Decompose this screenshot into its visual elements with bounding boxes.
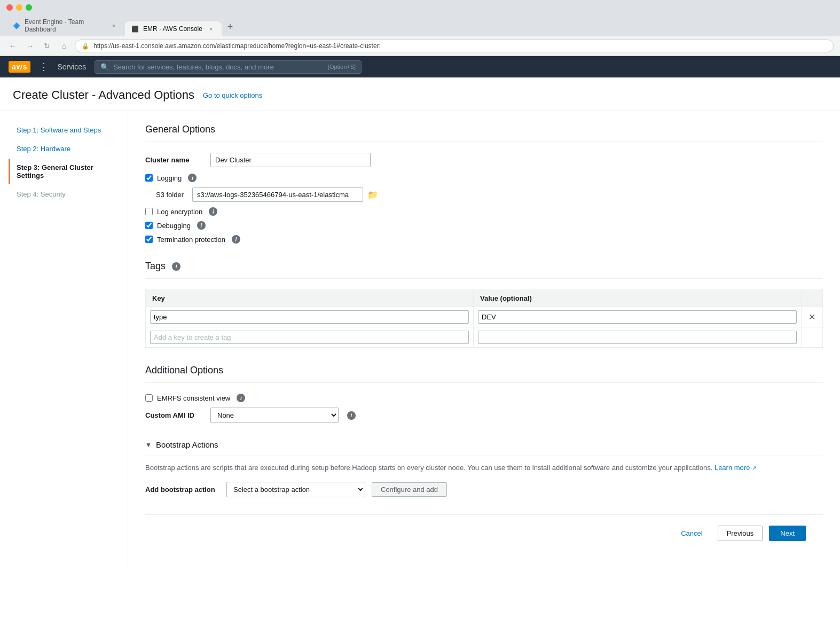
tags-value-header: Value (optional) bbox=[474, 290, 802, 307]
sidebar: Step 1: Software and Steps Step 2: Hardw… bbox=[0, 111, 128, 565]
tab-event-engine-label: Event Engine - Team Dashboard bbox=[25, 18, 106, 33]
browser-chrome: 🔷 Event Engine - Team Dashboard × ⬛ EMR … bbox=[0, 0, 840, 36]
logging-label: Logging bbox=[157, 174, 182, 182]
main-layout: Step 1: Software and Steps Step 2: Hardw… bbox=[0, 111, 840, 565]
debugging-checkbox[interactable] bbox=[145, 222, 153, 229]
aws-logo-box: aws bbox=[9, 61, 30, 73]
sidebar-step-4: Step 4: Security bbox=[9, 186, 119, 202]
s3-folder-input[interactable] bbox=[192, 187, 363, 202]
aws-nav: aws ⋮ Services 🔍 [Option+S] bbox=[0, 56, 840, 77]
tags-section: Tags i Key Value (optional) bbox=[145, 261, 823, 348]
emrfs-row: EMRFS consistent view i bbox=[145, 394, 823, 402]
ami-id-select[interactable]: None bbox=[210, 408, 339, 423]
address-bar[interactable]: 🔒 https://us-east-1.console.aws.amazon.c… bbox=[75, 40, 834, 52]
tag-key-input[interactable] bbox=[150, 310, 469, 324]
quick-options-link[interactable]: Go to quick options bbox=[203, 91, 262, 99]
external-link-icon: ↗ bbox=[752, 465, 757, 471]
s3-browse-icon[interactable]: 📁 bbox=[367, 190, 378, 200]
tag-key-new-input[interactable] bbox=[150, 331, 469, 344]
emrfs-checkbox[interactable] bbox=[145, 394, 153, 402]
s3-folder-label: S3 folder bbox=[156, 191, 188, 199]
table-row: ✕ bbox=[146, 307, 823, 327]
content-area: General Options Cluster name Logging i S… bbox=[128, 111, 840, 565]
aws-search-bar[interactable]: 🔍 [Option+S] bbox=[95, 60, 362, 74]
ami-info-icon[interactable]: i bbox=[347, 411, 356, 420]
search-input[interactable] bbox=[113, 63, 324, 71]
logging-checkbox[interactable] bbox=[145, 174, 153, 182]
log-encryption-info-icon[interactable]: i bbox=[209, 207, 217, 216]
ami-id-row: Custom AMI ID None i bbox=[145, 408, 823, 423]
bootstrap-description: Bootstrap actions are scripts that are e… bbox=[145, 463, 823, 473]
browser-tabs: 🔷 Event Engine - Team Dashboard × ⬛ EMR … bbox=[6, 15, 834, 36]
bootstrap-collapse-header[interactable]: ▼ Bootstrap Actions bbox=[145, 440, 823, 456]
emrfs-label: EMRFS consistent view bbox=[157, 394, 230, 402]
logging-info-icon[interactable]: i bbox=[188, 174, 197, 182]
home-button[interactable]: ⌂ bbox=[58, 40, 70, 52]
lock-icon: 🔒 bbox=[82, 43, 89, 50]
cluster-name-input[interactable] bbox=[210, 153, 371, 167]
tags-table-header: Key Value (optional) bbox=[146, 290, 823, 307]
sidebar-step-2[interactable]: Step 2: Hardware bbox=[9, 140, 119, 157]
tags-header: Tags i bbox=[145, 261, 823, 272]
tab-emr-aws[interactable]: ⬛ EMR - AWS Console × bbox=[125, 21, 222, 36]
tab-event-engine[interactable]: 🔷 Event Engine - Team Dashboard × bbox=[6, 15, 124, 36]
configure-add-button[interactable]: Configure and add bbox=[372, 482, 447, 497]
cancel-button[interactable]: Cancel bbox=[672, 526, 711, 541]
emrfs-info-icon[interactable]: i bbox=[237, 394, 245, 402]
page-footer: Cancel Previous Next bbox=[145, 514, 823, 552]
bootstrap-action-select[interactable]: Select a bootstrap action bbox=[226, 482, 365, 497]
debugging-info-icon[interactable]: i bbox=[197, 221, 206, 230]
tags-section-title: Tags i bbox=[145, 261, 823, 279]
cluster-name-label: Cluster name bbox=[145, 156, 204, 164]
traffic-light-red[interactable] bbox=[6, 4, 13, 11]
sidebar-step-3: Step 3: General Cluster Settings bbox=[9, 159, 119, 184]
termination-row: Termination protection i bbox=[145, 235, 823, 244]
termination-info-icon[interactable]: i bbox=[232, 235, 240, 244]
page-container: Create Cluster - Advanced Options Go to … bbox=[0, 77, 840, 626]
tab-favicon-event: 🔷 bbox=[13, 22, 20, 29]
debugging-label: Debugging bbox=[157, 222, 191, 230]
traffic-light-yellow[interactable] bbox=[16, 4, 22, 11]
tag-value-input[interactable] bbox=[478, 310, 797, 324]
bootstrap-actions-section: ▼ Bootstrap Actions Bootstrap actions ar… bbox=[145, 440, 823, 497]
aws-logo-text: aws bbox=[12, 62, 27, 71]
previous-button[interactable]: Previous bbox=[718, 526, 763, 541]
next-button[interactable]: Next bbox=[769, 526, 806, 541]
ami-id-label: Custom AMI ID bbox=[145, 411, 204, 419]
additional-options-section: Additional Options EMRFS consistent view… bbox=[145, 365, 823, 423]
termination-label: Termination protection bbox=[157, 236, 225, 244]
traffic-lights bbox=[6, 4, 834, 11]
general-options-section: General Options Cluster name Logging i S… bbox=[145, 124, 823, 244]
bootstrap-action-row: Add bootstrap action Select a bootstrap … bbox=[145, 482, 823, 497]
new-tab-button[interactable]: + bbox=[223, 19, 238, 34]
remove-tag-button[interactable]: ✕ bbox=[807, 311, 817, 323]
log-encryption-checkbox[interactable] bbox=[145, 208, 153, 215]
tag-key-cell bbox=[146, 307, 474, 327]
tab-close-emr[interactable]: × bbox=[207, 25, 215, 33]
tab-close-event[interactable]: × bbox=[110, 21, 117, 30]
collapse-arrow-icon: ▼ bbox=[145, 441, 152, 449]
tab-emr-label: EMR - AWS Console bbox=[143, 25, 202, 33]
tag-remove-cell: ✕ bbox=[802, 307, 823, 327]
sidebar-step-1[interactable]: Step 1: Software and Steps bbox=[9, 122, 119, 138]
tag-value-new-cell bbox=[474, 327, 802, 348]
log-encryption-row: Log encryption i bbox=[145, 207, 823, 216]
traffic-light-green[interactable] bbox=[26, 4, 32, 11]
tags-key-header: Key bbox=[146, 290, 474, 307]
grid-icon[interactable]: ⋮ bbox=[39, 61, 49, 73]
s3-folder-row: S3 folder 📁 bbox=[156, 187, 823, 202]
aws-logo[interactable]: aws bbox=[9, 61, 30, 73]
additional-options-title: Additional Options bbox=[145, 365, 823, 383]
cluster-name-row: Cluster name bbox=[145, 153, 823, 167]
page-title: Create Cluster - Advanced Options bbox=[13, 88, 194, 102]
back-button[interactable]: ← bbox=[6, 40, 19, 52]
tag-value-new-input[interactable] bbox=[478, 331, 797, 344]
services-button[interactable]: Services bbox=[57, 62, 86, 71]
tags-info-icon[interactable]: i bbox=[172, 262, 180, 271]
reload-button[interactable]: ↻ bbox=[41, 40, 53, 52]
tag-key-new-cell bbox=[146, 327, 474, 348]
bootstrap-learn-more-link[interactable]: Learn more bbox=[715, 464, 750, 472]
termination-checkbox[interactable] bbox=[145, 236, 153, 243]
forward-button[interactable]: → bbox=[23, 40, 36, 52]
address-text: https://us-east-1.console.aws.amazon.com… bbox=[93, 42, 381, 50]
